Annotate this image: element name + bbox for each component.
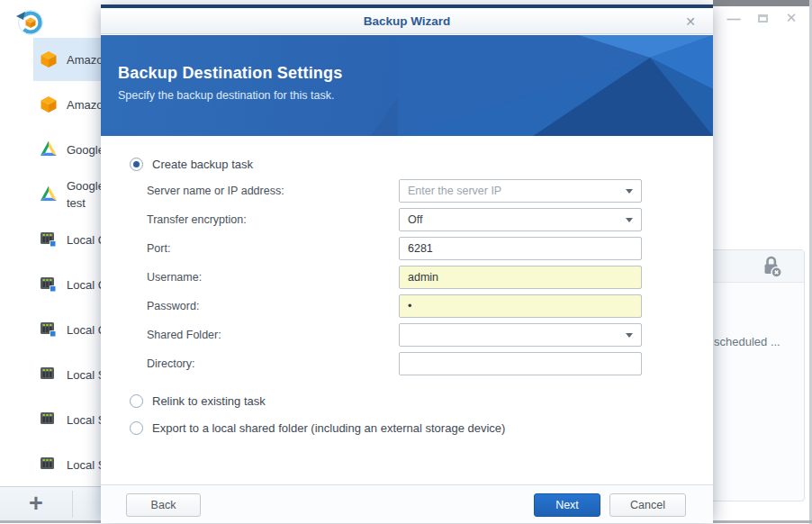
form-row-password: Password: bbox=[101, 294, 713, 318]
dialog-footer: Back Next Cancel bbox=[101, 484, 713, 523]
transfer-encryption-combobox[interactable]: Off bbox=[399, 208, 642, 231]
radio-create-backup-task[interactable]: Create backup task bbox=[130, 155, 253, 173]
field-label: Server name or IP address: bbox=[147, 179, 284, 203]
amazon-cloud-icon bbox=[40, 95, 58, 113]
next-button[interactable]: Next bbox=[534, 493, 600, 517]
screen: — ✕ Amazon bbox=[0, 0, 812, 524]
banner-title: Backup Destination Settings bbox=[118, 64, 342, 83]
hyper-backup-logo-icon bbox=[14, 6, 47, 39]
maximize-icon bbox=[758, 14, 768, 23]
google-drive-icon bbox=[40, 140, 58, 158]
banner-subtitle: Specify the backup destination for this … bbox=[118, 89, 334, 102]
form-row-username: Username: bbox=[101, 266, 713, 289]
window-controls: — ✕ bbox=[726, 9, 799, 27]
radio-export-local-folder[interactable]: Export to a local shared folder (includi… bbox=[130, 419, 505, 437]
cancel-button[interactable]: Cancel bbox=[609, 493, 686, 517]
form-row-shared-folder: Shared Folder: bbox=[101, 323, 713, 347]
dialog-title: Backup Wizard bbox=[101, 8, 713, 34]
sidebar-item-local-storage-1[interactable]: Local Sto bbox=[0, 353, 101, 396]
username-input[interactable] bbox=[399, 266, 642, 289]
sidebar-item-local-2[interactable]: Local Co bbox=[0, 263, 101, 306]
radio-relink-existing-task[interactable]: Relink to existing task bbox=[130, 392, 266, 410]
local-server-icon bbox=[40, 411, 58, 429]
local-server-badge-icon bbox=[40, 276, 58, 294]
minimize-button[interactable]: — bbox=[726, 10, 742, 26]
combo-value: Off bbox=[408, 209, 619, 230]
form-row-directory: Directory: bbox=[101, 352, 713, 375]
radio-button-icon[interactable] bbox=[130, 158, 143, 171]
sidebar-item-local-1[interactable]: Local Co bbox=[0, 218, 101, 261]
dialog-titlebar[interactable]: Backup Wizard ✕ bbox=[101, 8, 713, 34]
window-top-edge bbox=[713, 0, 812, 6]
sidebar-item-amazon-1[interactable]: Amazon bbox=[0, 38, 101, 81]
chevron-down-icon bbox=[626, 218, 633, 222]
combo-placeholder: Enter the server IP bbox=[408, 180, 619, 202]
shared-folder-combobox[interactable] bbox=[399, 323, 642, 347]
back-button[interactable]: Back bbox=[126, 493, 201, 517]
field-label: Transfer encryption: bbox=[147, 208, 247, 231]
maximize-button[interactable] bbox=[754, 10, 771, 26]
radio-label: Relink to existing task bbox=[152, 394, 266, 408]
directory-input[interactable] bbox=[399, 352, 642, 375]
amazon-cloud-icon bbox=[40, 50, 58, 68]
chevron-down-icon bbox=[626, 333, 633, 338]
local-server-icon bbox=[40, 456, 58, 474]
field-label: Port: bbox=[147, 237, 170, 260]
local-server-badge-icon bbox=[40, 321, 58, 339]
radio-button-icon[interactable] bbox=[130, 394, 143, 408]
sidebar-item-local-storage-3[interactable]: Local Sto bbox=[0, 443, 101, 486]
local-server-badge-icon bbox=[40, 230, 58, 248]
sidebar-item-local-storage-2[interactable]: Local Sto bbox=[0, 398, 101, 441]
password-input[interactable] bbox=[399, 294, 642, 318]
task-status-text: scheduled ... bbox=[714, 335, 780, 348]
field-label: Password: bbox=[147, 294, 199, 318]
port-input[interactable] bbox=[399, 237, 642, 260]
banner-polygon-art bbox=[326, 35, 713, 136]
sidebar-footer: + bbox=[0, 486, 101, 521]
radio-label: Create backup task bbox=[152, 158, 253, 171]
field-label: Directory: bbox=[147, 352, 194, 375]
add-task-button[interactable]: + bbox=[13, 490, 59, 519]
local-server-icon bbox=[40, 366, 58, 384]
sidebar-item-amazon-2[interactable]: Amazon bbox=[0, 83, 101, 126]
sidebar-item-local-3[interactable]: Local Co bbox=[0, 308, 101, 351]
form-row-encryption: Transfer encryption: Off bbox=[101, 208, 713, 231]
lock-remove-icon[interactable] bbox=[761, 255, 782, 278]
dialog-close-icon[interactable]: ✕ bbox=[682, 14, 699, 30]
server-ip-combobox[interactable]: Enter the server IP bbox=[399, 179, 642, 203]
footer-right-buttons: Next Cancel bbox=[534, 493, 686, 517]
field-label: Shared Folder: bbox=[147, 323, 221, 347]
form-row-server: Server name or IP address: Enter the ser… bbox=[101, 179, 713, 203]
google-drive-icon bbox=[40, 185, 58, 203]
field-label: Username: bbox=[147, 266, 202, 289]
close-window-button[interactable]: ✕ bbox=[783, 10, 799, 26]
sidebar-item-google-drive-test[interactable]: Google D test bbox=[0, 173, 101, 216]
radio-label: Export to a local shared folder (includi… bbox=[152, 421, 505, 435]
backup-wizard-dialog: Backup Wizard ✕ Backup Destination Setti… bbox=[101, 5, 713, 519]
form-row-port: Port: bbox=[101, 237, 713, 260]
sidebar-item-google-drive-1[interactable]: Google D bbox=[0, 128, 101, 171]
radio-button-icon[interactable] bbox=[130, 421, 143, 435]
combo-value bbox=[408, 324, 619, 346]
dialog-banner: Backup Destination Settings Specify the … bbox=[101, 35, 713, 136]
chevron-down-icon bbox=[626, 189, 633, 194]
footer-divider bbox=[72, 491, 73, 518]
sidebar: Amazon Amazon Google D bbox=[0, 0, 101, 486]
